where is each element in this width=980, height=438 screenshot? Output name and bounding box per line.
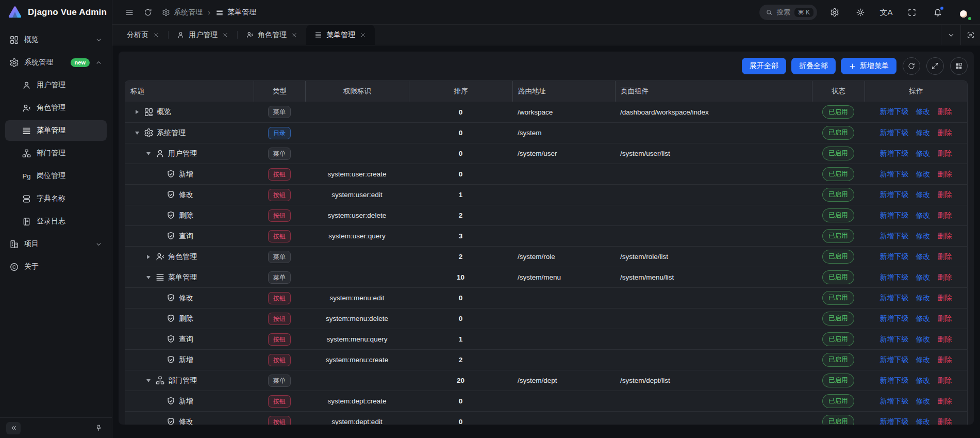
- sidebar-item-system[interactable]: 系统管理 new: [5, 52, 107, 73]
- close-icon[interactable]: [153, 31, 160, 39]
- edit-link[interactable]: 修改: [916, 294, 931, 303]
- tab-list-dropdown-button[interactable]: [941, 25, 960, 45]
- add-child-link[interactable]: 新增下级: [880, 211, 909, 220]
- table-fullscreen-button[interactable]: [926, 57, 944, 75]
- delete-link[interactable]: 删除: [938, 149, 952, 158]
- add-child-link[interactable]: 新增下级: [880, 376, 909, 385]
- tab-users[interactable]: 用户管理: [169, 25, 237, 45]
- edit-link[interactable]: 修改: [916, 376, 931, 385]
- add-child-link[interactable]: 新增下级: [880, 355, 909, 365]
- search-input[interactable]: 搜索 ⌘ K: [759, 5, 817, 20]
- sidebar-item-users[interactable]: 用户管理: [5, 75, 107, 95]
- delete-link[interactable]: 删除: [938, 335, 952, 344]
- tab-roles[interactable]: 角色管理: [238, 25, 306, 45]
- delete-link[interactable]: 删除: [938, 170, 952, 179]
- add-child-link[interactable]: 新增下级: [880, 128, 909, 138]
- edit-link[interactable]: 修改: [916, 355, 931, 365]
- delete-link[interactable]: 删除: [938, 232, 952, 241]
- add-child-link[interactable]: 新增下级: [880, 232, 909, 241]
- chevrons-left-icon: [10, 424, 18, 432]
- refresh-icon[interactable]: [143, 8, 153, 17]
- add-child-link[interactable]: 新增下级: [880, 417, 909, 425]
- edit-link[interactable]: 修改: [916, 170, 931, 179]
- content-maximize-button[interactable]: [960, 25, 980, 45]
- expand-arrow-icon[interactable]: [145, 150, 152, 157]
- sidebar-item-project[interactable]: 项目: [5, 234, 107, 254]
- row-title: 新增: [179, 397, 193, 406]
- add-child-link[interactable]: 新增下级: [880, 149, 909, 158]
- edit-link[interactable]: 修改: [916, 190, 931, 200]
- add-child-link[interactable]: 新增下级: [880, 252, 909, 262]
- cell-actions: 新增下级 修改 删除: [865, 309, 967, 329]
- sidebar-item-login-log[interactable]: 登录日志: [5, 211, 107, 232]
- sidebar-item-dictionary[interactable]: 字典名称: [5, 188, 107, 209]
- delete-link[interactable]: 删除: [938, 252, 952, 262]
- delete-link[interactable]: 删除: [938, 294, 952, 303]
- delete-link[interactable]: 删除: [938, 107, 952, 117]
- edit-link[interactable]: 修改: [916, 252, 931, 262]
- add-child-link[interactable]: 新增下级: [880, 294, 909, 303]
- expand-arrow-icon[interactable]: [134, 108, 141, 116]
- edit-link[interactable]: 修改: [916, 314, 931, 323]
- delete-link[interactable]: 删除: [938, 397, 952, 406]
- delete-link[interactable]: 删除: [938, 128, 952, 138]
- add-child-link[interactable]: 新增下级: [880, 335, 909, 344]
- delete-link[interactable]: 删除: [938, 211, 952, 220]
- close-icon[interactable]: [222, 31, 229, 39]
- expand-arrow-icon[interactable]: [134, 129, 141, 137]
- close-icon[interactable]: [359, 31, 367, 39]
- collapse-all-button[interactable]: 折叠全部: [791, 58, 836, 74]
- add-child-link[interactable]: 新增下级: [880, 107, 909, 117]
- sidebar-item-departments[interactable]: 部门管理: [5, 143, 107, 164]
- edit-link[interactable]: 修改: [916, 273, 931, 282]
- edit-link[interactable]: 修改: [916, 397, 931, 406]
- edit-link[interactable]: 修改: [916, 232, 931, 241]
- hamburger-menu-icon[interactable]: [125, 8, 134, 17]
- sidebar-item-menus[interactable]: 菜单管理: [5, 120, 107, 141]
- tab-analysis[interactable]: 分析页: [119, 25, 168, 45]
- sidebar-item-positions[interactable]: Pg 岗位管理: [5, 166, 107, 186]
- add-menu-button[interactable]: 新增菜单: [841, 58, 896, 74]
- edit-link[interactable]: 修改: [916, 107, 931, 117]
- add-child-link[interactable]: 新增下级: [880, 314, 909, 323]
- add-child-link[interactable]: 新增下级: [880, 273, 909, 282]
- delete-link[interactable]: 删除: [938, 355, 952, 365]
- expand-arrow-icon[interactable]: [145, 274, 152, 281]
- pin-sidebar-button[interactable]: [91, 422, 106, 434]
- close-icon[interactable]: [291, 31, 298, 39]
- user-avatar[interactable]: [955, 4, 972, 21]
- delete-link[interactable]: 删除: [938, 190, 952, 200]
- delete-link[interactable]: 删除: [938, 376, 952, 385]
- language-button[interactable]: 文A: [878, 4, 894, 21]
- sidebar-item-overview[interactable]: 概览: [5, 29, 107, 50]
- sidebar-item-roles[interactable]: 角色管理: [5, 98, 107, 118]
- logo-row[interactable]: Djagno Vue Admin: [0, 0, 112, 25]
- breadcrumb-item-system[interactable]: 系统管理: [162, 8, 203, 17]
- add-child-link[interactable]: 新增下级: [880, 190, 909, 200]
- add-child-link[interactable]: 新增下级: [880, 170, 909, 179]
- edit-link[interactable]: 修改: [916, 128, 931, 138]
- expand-arrow-icon[interactable]: [145, 253, 152, 261]
- edit-link[interactable]: 修改: [916, 211, 931, 220]
- expand-all-button[interactable]: 展开全部: [742, 58, 786, 74]
- sidebar-item-about[interactable]: 关于: [5, 256, 107, 277]
- notifications-button[interactable]: [929, 4, 946, 21]
- tab-menus[interactable]: 菜单管理: [306, 25, 375, 45]
- add-child-link[interactable]: 新增下级: [880, 397, 909, 406]
- fullscreen-button[interactable]: [904, 4, 920, 21]
- breadcrumb-item-menus[interactable]: 菜单管理: [215, 8, 256, 17]
- edit-link[interactable]: 修改: [916, 149, 931, 158]
- theme-toggle-button[interactable]: [852, 4, 869, 21]
- column-settings-button[interactable]: [950, 57, 968, 75]
- edit-link[interactable]: 修改: [916, 417, 931, 425]
- type-badge: 按钮: [268, 209, 291, 222]
- delete-link[interactable]: 删除: [938, 273, 952, 282]
- cell-status: 已启用: [812, 247, 865, 267]
- collapse-sidebar-button[interactable]: [6, 422, 21, 434]
- delete-link[interactable]: 删除: [938, 417, 952, 425]
- delete-link[interactable]: 删除: [938, 314, 952, 323]
- table-refresh-button[interactable]: [903, 57, 920, 75]
- expand-arrow-icon[interactable]: [145, 377, 152, 384]
- edit-link[interactable]: 修改: [916, 335, 931, 344]
- settings-button[interactable]: [826, 4, 843, 21]
